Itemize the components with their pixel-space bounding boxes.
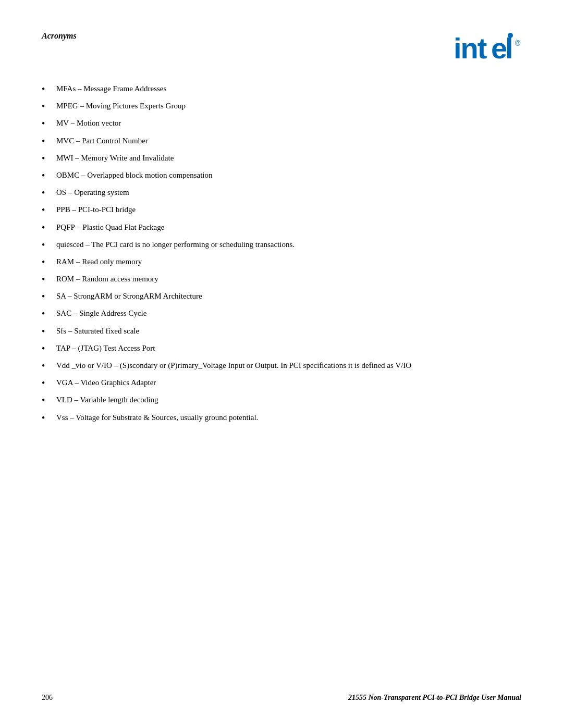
item-text: MWI – Memory Write and Invalidate [56,152,521,164]
bullet-char: • [42,83,53,96]
list-item: •Vss – Voltage for Substrate & Sources, … [42,412,521,425]
item-text: RAM – Read only memory [56,256,521,268]
item-text: Vdd _vio or V/IO – (S)scondary or (P)rim… [56,360,521,372]
bullet-char: • [42,307,53,320]
intel-logo: int e l ® [454,31,521,67]
item-text: MVC – Part Control Number [56,135,521,147]
item-text: TAP – (JTAG) Test Access Port [56,342,521,354]
list-item: •VLD – Variable length decoding [42,394,521,407]
list-item: •SAC – Single Address Cycle [42,307,521,320]
section-title: Acronyms [42,31,77,41]
item-text: SAC – Single Address Cycle [56,307,521,319]
bullet-char: • [42,377,53,390]
bullet-char: • [42,239,53,252]
bullet-char: • [42,290,53,303]
list-item: •PPB – PCI-to-PCI bridge [42,204,521,217]
page-header: Acronyms int e l ® [42,31,521,67]
bullet-char: • [42,135,53,148]
bullet-char: • [42,394,53,407]
bullet-char: • [42,325,53,338]
svg-text:int: int [454,32,487,65]
list-item: •PQFP – Plastic Quad Flat Package [42,221,521,235]
svg-point-3 [508,33,513,38]
list-item: •ROM – Random access memory [42,273,521,286]
svg-text:®: ® [515,39,521,47]
list-item: •OBMC – Overlapped block motion compensa… [42,169,521,182]
bullet-char: • [42,152,53,165]
list-item: •MPEG – Moving Pictures Experts Group [42,100,521,113]
list-item: •RAM – Read only memory [42,256,521,269]
item-text: SA – StrongARM or StrongARM Architecture [56,290,521,302]
main-content: •MFAs – Message Frame Addresses•MPEG – M… [42,83,521,425]
bullet-char: • [42,221,53,235]
list-item: •MFAs – Message Frame Addresses [42,83,521,96]
list-item: •OS – Operating system [42,187,521,200]
bullet-char: • [42,256,53,269]
item-text: Vss – Voltage for Substrate & Sources, u… [56,412,521,424]
list-item: •SA – StrongARM or StrongARM Architectur… [42,290,521,303]
list-item: •MWI – Memory Write and Invalidate [42,152,521,165]
bullet-char: • [42,204,53,217]
list-item: •TAP – (JTAG) Test Access Port [42,342,521,355]
item-text: ROM – Random access memory [56,273,521,285]
bullet-char: • [42,169,53,182]
list-item: •MV – Motion vector [42,117,521,130]
intel-logo-svg: int e l ® [454,31,521,65]
item-text: MFAs – Message Frame Addresses [56,83,521,95]
acronym-list: •MFAs – Message Frame Addresses•MPEG – M… [42,83,521,425]
item-text: OBMC – Overlapped block motion compensat… [56,169,521,181]
list-item: •VGA – Video Graphics Adapter [42,377,521,390]
item-text: PQFP – Plastic Quad Flat Package [56,221,521,233]
item-text: quiesced – The PCI card is no longer per… [56,239,521,251]
item-text: PPB – PCI-to-PCI bridge [56,204,521,216]
bullet-char: • [42,412,53,425]
bullet-char: • [42,342,53,355]
list-item: •Sfs – Saturated fixed scale [42,325,521,338]
bullet-char: • [42,187,53,200]
item-text: VGA – Video Graphics Adapter [56,377,521,389]
bullet-char: • [42,100,53,113]
page-footer: 206 21555 Non-Transparent PCI-to-PCI Bri… [42,694,521,702]
bullet-char: • [42,273,53,286]
list-item: •MVC – Part Control Number [42,135,521,148]
list-item: •Vdd _vio or V/IO – (S)scondary or (P)ri… [42,360,521,373]
page: Acronyms int e l ® •MFAs – Message Frame… [0,0,563,728]
page-number: 206 [42,694,53,702]
item-text: OS – Operating system [56,187,521,199]
document-title: 21555 Non-Transparent PCI-to-PCI Bridge … [348,694,521,702]
svg-text:e: e [491,32,507,65]
item-text: Sfs – Saturated fixed scale [56,325,521,337]
bullet-char: • [42,360,53,373]
item-text: MV – Motion vector [56,117,521,129]
bullet-char: • [42,117,53,130]
item-text: MPEG – Moving Pictures Experts Group [56,100,521,112]
item-text: VLD – Variable length decoding [56,394,521,406]
list-item: •quiesced – The PCI card is no longer pe… [42,239,521,252]
